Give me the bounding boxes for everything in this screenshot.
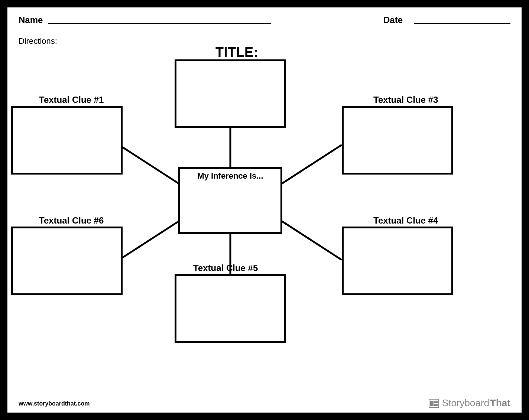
svg-line-5	[279, 219, 342, 260]
svg-rect-9	[434, 404, 438, 406]
date-label: Date	[383, 15, 403, 25]
clue5-label: Textual Clue #5	[193, 263, 258, 273]
svg-line-4	[279, 145, 342, 186]
name-input-line[interactable]	[48, 23, 271, 24]
brand-logo: Storyboard That	[429, 397, 510, 409]
clue3-label: Textual Clue #3	[373, 95, 438, 105]
inference-label: My Inference Is...	[180, 171, 280, 181]
inference-box[interactable]: My Inference Is...	[178, 167, 282, 234]
svg-line-3	[119, 219, 182, 260]
title-box[interactable]	[175, 59, 286, 128]
name-label: Name	[19, 15, 43, 25]
brand-text-1: Storyboard	[442, 397, 489, 409]
title-label: TITLE:	[215, 45, 258, 60]
directions-label: Directions:	[19, 36, 57, 46]
brand-text-2: That	[490, 397, 510, 409]
svg-line-2	[119, 145, 182, 186]
clue1-label: Textual Clue #1	[39, 95, 104, 105]
clue5-box[interactable]	[175, 274, 286, 343]
storyboard-icon	[429, 399, 439, 408]
clue4-box[interactable]	[342, 227, 453, 295]
page-frame: Name Date Directions: TITLE: My	[0, 0, 529, 420]
clue6-box[interactable]	[11, 227, 123, 295]
worksheet-page: Name Date Directions: TITLE: My	[7, 7, 522, 413]
clue3-box[interactable]	[342, 106, 453, 175]
date-input-line[interactable]	[414, 23, 510, 24]
clue1-box[interactable]	[11, 106, 123, 175]
clue4-label: Textual Clue #4	[373, 215, 438, 226]
svg-rect-8	[434, 401, 438, 403]
svg-rect-7	[430, 401, 434, 406]
footer-url: www.storyboardthat.com	[19, 400, 90, 407]
clue6-label: Textual Clue #6	[39, 215, 104, 226]
